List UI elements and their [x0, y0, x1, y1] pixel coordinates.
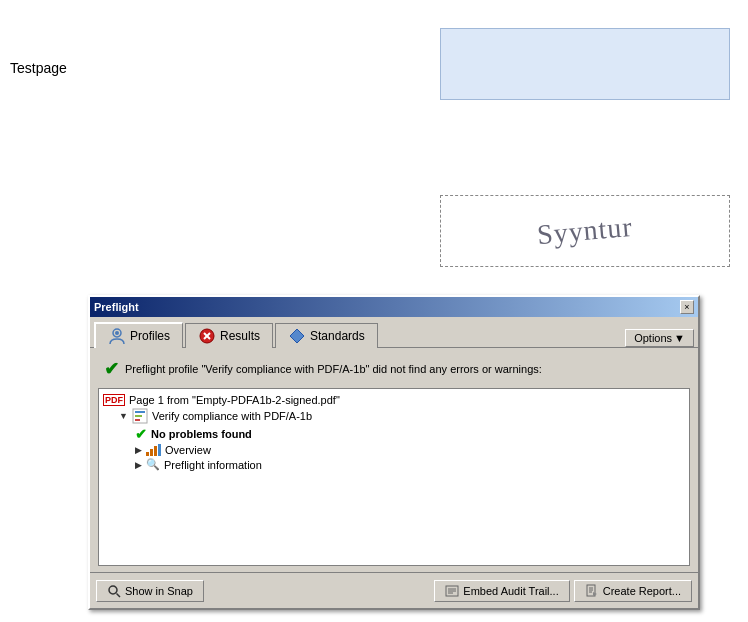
page-area: Testpage Syyntur: [0, 0, 748, 290]
dialog-footer: Show in Snap Embed Audit Trail... Create…: [90, 572, 698, 608]
tree-arrow-1[interactable]: ▼: [119, 411, 128, 421]
tree-label-1: Verify compliance with PDF/A-1b: [152, 410, 312, 422]
options-label: Options: [634, 332, 672, 344]
tree-label-2: No problems found: [151, 428, 252, 440]
dialog-content: ✔ Preflight profile "Verify compliance w…: [90, 348, 698, 572]
preflight-dialog: Preflight × Profiles Results: [88, 295, 700, 610]
profiles-icon: [108, 327, 126, 345]
svg-rect-10: [135, 419, 140, 421]
embed-audit-label: Embed Audit Trail...: [463, 585, 558, 597]
overview-bar-icon: [146, 444, 161, 456]
dialog-title: Preflight: [94, 301, 139, 313]
create-report-icon: [585, 584, 599, 598]
tabs-row: Profiles Results Standards Options ▼: [90, 317, 698, 348]
dialog-titlebar: Preflight ×: [90, 297, 698, 317]
tab-standards-label: Standards: [310, 329, 365, 343]
signature-text: Syyntur: [536, 211, 634, 251]
svg-point-1: [115, 331, 119, 335]
stamp-area: [440, 28, 730, 100]
preflight-search-icon: 🔍: [146, 458, 160, 471]
svg-rect-8: [135, 411, 145, 413]
tree-row-4[interactable]: ▶ 🔍 Preflight information: [103, 457, 685, 472]
dialog-close-button[interactable]: ×: [680, 300, 694, 314]
testpage-label: Testpage: [10, 60, 67, 76]
embed-audit-button[interactable]: Embed Audit Trail...: [434, 580, 569, 602]
results-icon: [198, 327, 216, 345]
tree-label-4: Preflight information: [164, 459, 262, 471]
show-snap-icon: [107, 584, 121, 598]
create-report-button[interactable]: Create Report...: [574, 580, 692, 602]
tab-results-label: Results: [220, 329, 260, 343]
tab-profiles[interactable]: Profiles: [94, 322, 183, 348]
tree-label-3: Overview: [165, 444, 211, 456]
svg-point-11: [109, 586, 117, 594]
success-bar: ✔ Preflight profile "Verify compliance w…: [98, 354, 690, 384]
tree-row-2: ✔ No problems found: [103, 425, 685, 443]
tree-arrow-4[interactable]: ▶: [135, 460, 142, 470]
show-snap-button[interactable]: Show in Snap: [96, 580, 204, 602]
tree-label-0: Page 1 from "Empty-PDFA1b-2-signed.pdf": [129, 394, 340, 406]
tree-arrow-3[interactable]: ▶: [135, 445, 142, 455]
tab-standards[interactable]: Standards: [275, 323, 378, 348]
svg-rect-9: [135, 415, 142, 417]
standards-icon: [288, 327, 306, 345]
svg-marker-6: [290, 329, 304, 343]
tree-panel[interactable]: PDF Page 1 from "Empty-PDFA1b-2-signed.p…: [98, 388, 690, 566]
options-button[interactable]: Options ▼: [625, 329, 694, 347]
success-message: Preflight profile "Verify compliance wit…: [125, 363, 542, 375]
embed-audit-icon: [445, 584, 459, 598]
tree-row-0: PDF Page 1 from "Empty-PDFA1b-2-signed.p…: [103, 393, 685, 407]
no-problems-check-icon: ✔: [135, 426, 147, 442]
verify-icon: [132, 408, 148, 424]
options-arrow-icon: ▼: [674, 332, 685, 344]
tab-profiles-label: Profiles: [130, 329, 170, 343]
tab-results[interactable]: Results: [185, 323, 273, 348]
tree-row-1[interactable]: ▼ Verify compliance with PDF/A-1b: [103, 407, 685, 425]
tree-row-3[interactable]: ▶ Overview: [103, 443, 685, 457]
svg-line-12: [117, 593, 121, 597]
create-report-label: Create Report...: [603, 585, 681, 597]
show-snap-label: Show in Snap: [125, 585, 193, 597]
signature-area: Syyntur: [440, 195, 730, 267]
pdf-icon: PDF: [103, 394, 125, 406]
success-check-icon: ✔: [104, 358, 119, 380]
